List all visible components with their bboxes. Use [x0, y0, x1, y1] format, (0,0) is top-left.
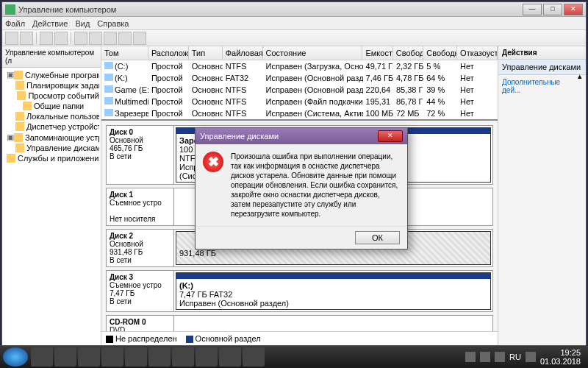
toolbar [2, 30, 586, 46]
minimize-button[interactable]: — [523, 4, 542, 15]
dialog-close-button[interactable]: ✕ [378, 130, 403, 142]
volume-row[interactable]: Зарезервировано системойПростойОсновнойN… [101, 107, 498, 119]
taskbar-app-3[interactable] [148, 347, 171, 367]
tray-lang[interactable]: RU [509, 353, 521, 361]
dialog-title: Управление дисками [200, 132, 279, 141]
tree-node[interactable]: Планировщик заданий [4, 80, 99, 91]
taskbar-app-viber[interactable] [54, 347, 76, 367]
taskbar-app-1[interactable] [101, 347, 123, 367]
taskbar-app-5[interactable] [196, 347, 218, 367]
volume-list[interactable]: (C:)ПростойОсновнойNTFSИсправен (Загрузк… [101, 60, 498, 119]
toolbar-refresh-icon[interactable] [54, 32, 68, 45]
tray-sound-icon[interactable] [526, 352, 536, 362]
tray-clock[interactable]: 19:2501.03.2018 [540, 348, 581, 366]
dialog-ok-button[interactable]: ОК [355, 231, 400, 244]
column-header[interactable]: Файловая система [223, 46, 263, 60]
column-header[interactable]: Отказоустойчивос [457, 46, 498, 60]
actions-more[interactable]: Дополнительные дей... [498, 75, 586, 97]
taskbar[interactable]: RU 19:2501.03.2018 [0, 346, 588, 368]
tree-node[interactable]: Диспетчер устройств [4, 121, 99, 132]
actions-section[interactable]: Управление дисками ▴ [498, 60, 586, 75]
toolbar-props-icon[interactable] [40, 32, 53, 45]
nav-tree-header: Управление компьютером (л [2, 46, 101, 68]
error-dialog: Управление дисками ✕ ✖ Произошла ошибка … [195, 127, 408, 250]
tree-node[interactable]: Службы и приложения [4, 153, 99, 163]
partition[interactable]: (K:)7,47 ГБ FAT32Исправен (Основной разд… [176, 272, 491, 310]
volume-row[interactable]: Game (E:)ПростойОсновнойNTFSИсправен (Ос… [101, 84, 498, 96]
actions-pane: Действия Управление дисками ▴ Дополнител… [498, 46, 586, 345]
toolbar-view2-icon[interactable] [104, 32, 117, 45]
menu-view[interactable]: Вид [75, 19, 90, 28]
menubar: Файл Действие Вид Справка [2, 17, 586, 30]
tray-icon[interactable] [465, 352, 476, 362]
dialog-text: Произошла ошибка при выполнении операции… [231, 152, 400, 219]
legend-item: Не распределен [106, 334, 177, 343]
taskbar-app-chrome[interactable] [31, 347, 53, 367]
menu-action[interactable]: Действие [32, 19, 68, 28]
nav-tree-pane: Управление компьютером (л ▣Служебные про… [2, 46, 101, 345]
dialog-titlebar[interactable]: Управление дисками ✕ [196, 128, 407, 144]
tray-icon[interactable] [480, 352, 490, 362]
taskbar-app-6[interactable] [219, 347, 241, 367]
column-header[interactable]: Свободно [393, 46, 423, 60]
menu-file[interactable]: Файл [5, 19, 25, 28]
tree-node[interactable]: Управление дисками [4, 143, 99, 153]
tree-node[interactable]: Просмотр событий [4, 91, 99, 101]
toolbar-forward-icon[interactable] [20, 32, 33, 45]
column-header[interactable]: Том [101, 46, 148, 60]
toolbar-view3-icon[interactable] [118, 32, 132, 45]
taskbar-app-2[interactable] [125, 347, 147, 367]
column-header[interactable]: Состояние [263, 46, 363, 60]
tree-node[interactable]: Локальные пользоват [4, 111, 99, 121]
volume-list-header: ТомРасположениеТипФайловая системаСостоя… [101, 46, 498, 60]
taskbar-app-4[interactable] [172, 347, 194, 367]
maximize-button[interactable]: □ [543, 4, 562, 15]
toolbar-view4-icon[interactable] [133, 32, 146, 45]
toolbar-help-icon[interactable] [74, 32, 87, 45]
legend-item: Основной раздел [186, 334, 261, 343]
tray-icon[interactable] [495, 352, 505, 362]
actions-header: Действия [498, 46, 586, 60]
start-button[interactable] [3, 347, 28, 367]
volume-row[interactable]: Multimedia (D:)ПростойОсновнойNTFSИсправ… [101, 96, 498, 107]
menu-help[interactable]: Справка [97, 19, 129, 28]
taskbar-app-7[interactable] [243, 347, 265, 367]
window-title: Управление компьютером [18, 5, 523, 14]
legend: Не распределенОсновной раздел [101, 331, 498, 345]
titlebar[interactable]: Управление компьютером — □ ✕ [2, 2, 586, 17]
tree-node[interactable]: ▣Служебные программы [4, 69, 99, 80]
error-icon: ✖ [203, 152, 223, 172]
disk-box[interactable]: CD-ROM 0DVD [106, 315, 493, 331]
app-icon [5, 4, 15, 15]
column-header[interactable]: Свободно % [423, 46, 457, 60]
volume-row[interactable]: (K:)ПростойОсновнойFAT32Исправен (Основн… [101, 72, 498, 84]
taskbar-app-explorer[interactable] [78, 347, 100, 367]
tree-node[interactable]: Общие папки [4, 101, 99, 111]
toolbar-view1-icon[interactable] [89, 32, 102, 45]
close-button[interactable]: ✕ [564, 4, 583, 15]
column-header[interactable]: Тип [189, 46, 223, 60]
toolbar-back-icon[interactable] [5, 32, 18, 45]
column-header[interactable]: Расположение [148, 46, 189, 60]
disk-box[interactable]: Диск 3Съемное устро7,47 ГБВ сети(K:)7,47… [106, 270, 493, 312]
column-header[interactable]: Емкость [362, 46, 392, 60]
tree-node[interactable]: ▣Запоминающие устройст [4, 132, 99, 143]
volume-row[interactable]: (C:)ПростойОсновнойNTFSИсправен (Загрузк… [101, 60, 498, 72]
